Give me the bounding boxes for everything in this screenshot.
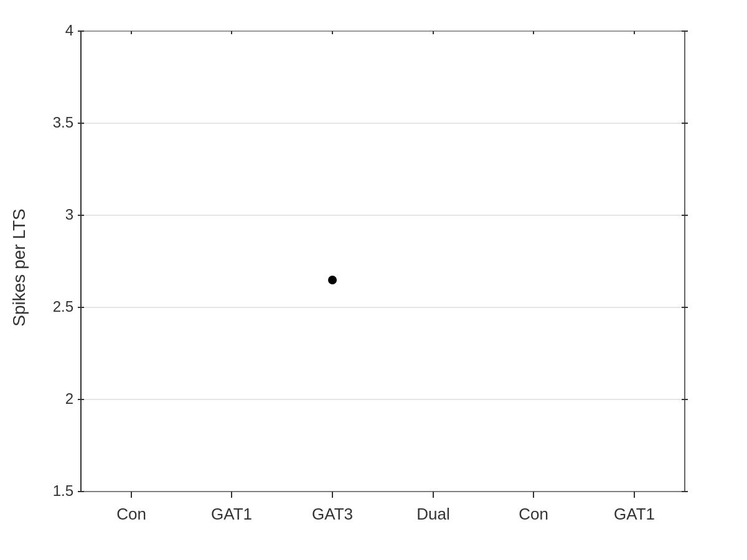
ylabel-3_5: 3.5: [53, 114, 73, 131]
ylabel-4: 4: [65, 22, 73, 39]
xlabel-0: Con: [116, 505, 146, 523]
xlabel-3: Dual: [416, 505, 449, 523]
scatter-plot: Spikes per LTS 4 3.5 3 2.5: [0, 0, 747, 560]
ylabel-1_5: 1.5: [53, 482, 73, 499]
data-point-0: [328, 276, 337, 284]
ylabel-2: 2: [65, 390, 73, 407]
y-axis-label: Spikes per LTS: [9, 208, 29, 326]
xlabel-4: Con: [519, 505, 548, 523]
ylabel-3: 3: [65, 206, 73, 223]
xlabel-5: GAT1: [614, 505, 655, 523]
ylabel-2_5: 2.5: [53, 298, 73, 315]
chart-background: [0, 0, 747, 560]
xlabel-2: GAT3: [312, 505, 353, 523]
chart-container: Spikes per LTS 4 3.5 3 2.5: [0, 0, 747, 560]
xlabel-1: GAT1: [211, 505, 252, 523]
